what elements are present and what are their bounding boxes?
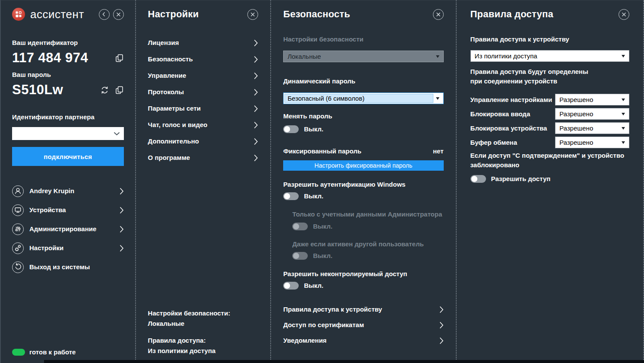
dropdown-arrow-icon[interactable]: [433, 94, 442, 103]
rule-device-lock-select[interactable]: Разрешено: [555, 122, 629, 134]
condition-line1: Если доступ "С подтверждением" и устройс…: [470, 151, 629, 160]
your-password-value: S510Lw: [12, 82, 63, 98]
main-panel: ассистент Ваш идентификатор 117 484 974 …: [1, 0, 135, 363]
admin-only-toggle: [292, 223, 308, 230]
change-password-toggle[interactable]: [283, 125, 299, 133]
settings-item-additional[interactable]: Дополнительно: [148, 133, 259, 150]
summary-security-label: Настройки безопасности:: [148, 308, 230, 318]
windows-auth-label: Разрешить аутентификацию Windows: [283, 181, 443, 188]
settings-item-label: Параметры сети: [148, 105, 201, 112]
device-rules-label: Правила доступа к устройству: [470, 35, 629, 43]
dropdown-arrow-icon: [622, 113, 625, 115]
menu-item-administration[interactable]: Администрирование: [12, 220, 124, 239]
rule-settings-management-select[interactable]: Разрешено: [555, 94, 629, 105]
access-note-line1: Правила доступа будут определены: [470, 67, 629, 76]
rule-clipboard-select[interactable]: Разрешено: [555, 137, 629, 148]
access-panel-title: Правила доступа: [470, 9, 553, 20]
rule-value: Разрешено: [559, 110, 593, 118]
menu-item-label: Настройки: [29, 244, 63, 252]
link-notifications[interactable]: Уведомления: [283, 333, 443, 348]
rule-row-settings-management: Управление настройками Разрешено: [470, 94, 629, 105]
toggle-state-label: Выкл.: [304, 192, 323, 200]
your-id-value: 117 484 974: [12, 50, 88, 66]
rule-value: Разрешено: [559, 96, 593, 103]
status-indicator-icon: [12, 349, 25, 356]
admin-only-label: Только с учетными данными Администратора: [292, 210, 443, 218]
menu-item-label: Устройства: [29, 206, 66, 214]
dynamic-password-select[interactable]: Безопасный (6 символов): [283, 92, 443, 104]
logout-icon: [12, 261, 24, 273]
rule-label: Управление настройками: [470, 96, 552, 104]
copy-id-icon[interactable]: [115, 54, 124, 63]
settings-item-about[interactable]: О программе: [148, 150, 259, 166]
rule-input-lock-select[interactable]: Разрешено: [555, 108, 629, 120]
other-user-label: Даже если активен другой пользователь: [292, 240, 443, 248]
rule-label: Блокировка ввода: [470, 110, 530, 118]
fixed-password-state: нет: [433, 147, 444, 155]
rule-value: Разрешено: [559, 139, 593, 146]
device-rules-select[interactable]: Из политики доступа: [470, 50, 629, 62]
copy-password-icon[interactable]: [115, 86, 124, 95]
settings-item-management[interactable]: Управление: [148, 67, 259, 84]
windows-auth-toggle[interactable]: [283, 192, 299, 200]
settings-summary: Настройки безопасности: Локальные Правил…: [148, 308, 230, 356]
close-icon[interactable]: [433, 9, 444, 20]
dropdown-arrow-icon: [622, 55, 625, 57]
allow-access-toggle[interactable]: [470, 175, 486, 183]
security-links: Правила доступа к устройству Доступ по с…: [283, 302, 443, 348]
security-settings-value: Локальные: [287, 53, 321, 60]
rule-row-device-lock: Блокировка устройства Разрешено: [470, 122, 629, 134]
collapse-back-icon[interactable]: [99, 9, 110, 20]
chevron-right-icon: [254, 105, 258, 112]
link-device-access-rules[interactable]: Правила доступа к устройству: [283, 302, 443, 317]
settings-item-chat-voice-video[interactable]: Чат, голос и видео: [148, 117, 259, 133]
other-user-toggle: [292, 252, 308, 260]
rule-value: Разрешено: [559, 124, 593, 132]
dynamic-password-label: Динамический пароль: [283, 77, 443, 85]
menu-item-settings[interactable]: Настройки: [12, 239, 124, 258]
partner-id-input[interactable]: [12, 127, 124, 140]
configure-fixed-password-button[interactable]: Настроить фиксированный пароль: [283, 160, 443, 171]
chevron-right-icon: [120, 188, 124, 195]
toggle-state-label: Выкл.: [313, 223, 332, 230]
settings-item-security[interactable]: Безопасность: [148, 51, 259, 67]
link-label: Доступ по сертификатам: [283, 321, 364, 329]
settings-item-network[interactable]: Параметры сети: [148, 100, 259, 117]
chevron-right-icon: [254, 56, 258, 63]
close-icon[interactable]: [247, 9, 258, 20]
settings-item-protocols[interactable]: Протоколы: [148, 84, 259, 100]
uncontrolled-access-toggle[interactable]: [283, 282, 299, 290]
refresh-password-icon[interactable]: [100, 86, 109, 95]
security-settings-label: Настройки безопасности: [283, 35, 443, 43]
close-icon[interactable]: [619, 9, 629, 20]
menu-item-user[interactable]: Andrey Krupin: [12, 182, 124, 201]
status-row: готов к работе: [12, 348, 76, 356]
summary-access-label: Правила доступа:: [148, 335, 230, 346]
settings-item-license[interactable]: Лицензия: [148, 35, 259, 51]
summary-access-value: Из политики доступа: [148, 346, 230, 356]
link-certificate-access[interactable]: Доступ по сертификатам: [283, 317, 443, 333]
main-menu: Andrey Krupin Устройства: [12, 182, 124, 277]
toggle-state-label: Выкл.: [304, 282, 323, 290]
link-label: Уведомления: [283, 337, 326, 344]
menu-item-devices[interactable]: Устройства: [12, 201, 124, 220]
status-text: готов к работе: [29, 348, 76, 356]
summary-security-value: Локальные: [148, 318, 230, 329]
rule-label: Буфер обмена: [470, 139, 517, 146]
chevron-right-icon: [254, 154, 258, 162]
rule-row-clipboard: Буфер обмена Разрешено: [470, 137, 629, 148]
toggle-state-label: Выкл.: [313, 252, 332, 260]
close-icon[interactable]: [113, 9, 124, 20]
dropdown-arrow-icon: [622, 141, 625, 144]
connect-button[interactable]: подключиться: [12, 147, 124, 166]
rule-row-input-lock: Блокировка ввода Разрешено: [470, 108, 629, 120]
menu-item-logout[interactable]: Выход из системы: [12, 258, 124, 277]
chevron-right-icon: [254, 89, 258, 96]
devices-icon: [12, 204, 24, 216]
window-bottom-edge: [44, 360, 644, 363]
settings-item-label: О программе: [148, 154, 190, 162]
settings-panel-title: Настройки: [148, 9, 199, 20]
chevron-right-icon: [120, 226, 124, 233]
security-panel-title: Безопасность: [283, 9, 350, 20]
chevron-right-icon: [254, 39, 258, 47]
